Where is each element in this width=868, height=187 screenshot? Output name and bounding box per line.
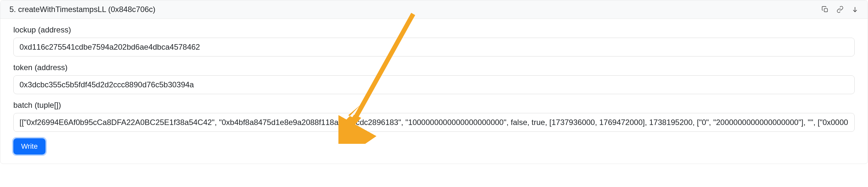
function-title: 5. createWithTimestampsLL (0x848c706c) bbox=[9, 5, 155, 14]
write-button[interactable]: Write bbox=[13, 138, 45, 154]
token-input[interactable] bbox=[13, 75, 855, 94]
header-icons-group bbox=[822, 6, 859, 13]
batch-label: batch (tuple[]) bbox=[13, 101, 855, 110]
lockup-label: lockup (address) bbox=[13, 25, 855, 34]
function-header[interactable]: 5. createWithTimestampsLL (0x848c706c) bbox=[0, 0, 868, 19]
arrow-down-icon[interactable] bbox=[851, 6, 859, 13]
copy-icon[interactable] bbox=[822, 6, 829, 13]
field-group-lockup: lockup (address) bbox=[13, 25, 855, 57]
field-group-batch: batch (tuple[]) bbox=[13, 101, 855, 132]
svg-rect-0 bbox=[824, 8, 827, 12]
token-label: token (address) bbox=[13, 63, 855, 72]
link-icon[interactable] bbox=[836, 6, 844, 13]
batch-input[interactable] bbox=[13, 113, 855, 132]
function-panel: 5. createWithTimestampsLL (0x848c706c) bbox=[0, 0, 868, 164]
field-group-token: token (address) bbox=[13, 63, 855, 94]
function-body: lockup (address) token (address) batch (… bbox=[0, 19, 868, 163]
lockup-input[interactable] bbox=[13, 38, 855, 57]
